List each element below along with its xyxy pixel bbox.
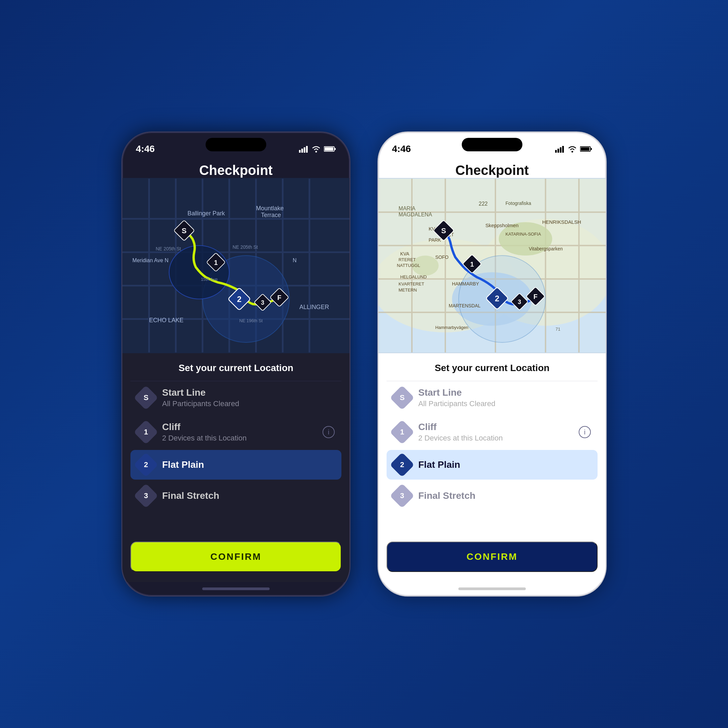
svg-text:ALLINGER: ALLINGER	[299, 304, 329, 310]
svg-text:KATARINA-SOFIA: KATARINA-SOFIA	[506, 231, 541, 237]
svg-text:NATTUGGL: NATTUGGL	[397, 263, 420, 268]
svg-text:Ballinger Park: Ballinger Park	[187, 210, 225, 217]
checkpoint-sub-start-dark: All Participants Cleared	[162, 399, 335, 408]
svg-rect-6	[324, 147, 333, 151]
checkpoint-name-final-dark: Final Stretch	[162, 490, 335, 501]
checkpoint-text-final-dark: Final Stretch	[162, 490, 335, 501]
svg-rect-48	[562, 146, 564, 153]
confirm-button-dark[interactable]: CONFIRM	[130, 541, 341, 572]
svg-rect-1	[301, 148, 303, 153]
svg-text:MARIA: MARIA	[398, 206, 416, 211]
checkpoint-list-light: S Start Line All Participants Cleared 1 …	[378, 381, 606, 535]
page-title-light: Checkpoint	[378, 159, 606, 178]
checkpoint-name-flat-light: Flat Plain	[418, 459, 591, 470]
checkpoint-text-final-light: Final Stretch	[418, 490, 591, 501]
checkpoint-text-cliff-light: Cliff 2 Devices at this Location	[418, 422, 571, 442]
svg-text:1: 1	[470, 260, 474, 268]
confirm-button-light[interactable]: CONFIRM	[387, 541, 598, 572]
content-area-dark: Set your current Location S Start Line A…	[122, 353, 350, 582]
svg-text:Terrace: Terrace	[261, 212, 281, 219]
svg-text:2: 2	[495, 294, 499, 303]
svg-text:15th Ave: 15th Ave	[201, 277, 218, 282]
svg-text:222: 222	[479, 201, 488, 206]
checkpoint-text-start-light: Start Line All Participants Cleared	[418, 387, 591, 408]
svg-text:Mountlake: Mountlake	[256, 205, 283, 212]
checkpoint-name-flat-dark: Flat Plain	[162, 459, 335, 470]
status-bar-light: 4:46	[378, 133, 606, 159]
svg-text:NE 205th St: NE 205th St	[232, 244, 258, 250]
signal-icon-dark	[299, 145, 308, 153]
status-icons-dark	[299, 145, 336, 153]
svg-rect-52	[591, 148, 592, 150]
info-icon-cliff-dark[interactable]: i	[323, 426, 335, 438]
svg-text:Hammarbyvägen: Hammarbyvägen	[436, 325, 468, 330]
checkpoint-item-start-dark[interactable]: S Start Line All Participants Cleared	[130, 381, 341, 414]
badge-flat-dark: 2	[133, 452, 158, 477]
home-indicator-light	[378, 582, 606, 595]
svg-text:F: F	[277, 294, 281, 301]
dynamic-island-dark	[206, 138, 266, 151]
battery-icon-dark	[324, 145, 336, 152]
checkpoint-list-dark: S Start Line All Participants Cleared 1 …	[122, 381, 350, 535]
svg-text:KVARTERET: KVARTERET	[398, 281, 424, 286]
svg-text:3: 3	[518, 298, 521, 305]
home-bar-light	[458, 587, 526, 590]
checkpoint-sub-start-light: All Participants Cleared	[418, 399, 591, 408]
checkpoint-sub-cliff-dark: 2 Devices at this Location	[162, 434, 315, 442]
svg-rect-47	[560, 147, 561, 153]
svg-text:Vitabergsparken: Vitabergsparken	[529, 246, 563, 251]
checkpoint-name-final-light: Final Stretch	[418, 490, 591, 501]
svg-text:F: F	[534, 293, 538, 300]
home-bar-dark	[202, 587, 270, 590]
svg-rect-51	[581, 147, 589, 151]
checkpoint-item-cliff-light[interactable]: 1 Cliff 2 Devices at this Location i	[387, 416, 598, 449]
checkpoint-name-start-dark: Start Line	[162, 387, 335, 398]
svg-text:3: 3	[261, 299, 264, 306]
svg-text:S: S	[182, 226, 187, 235]
checkpoint-name-cliff-dark: Cliff	[162, 422, 315, 433]
checkpoint-text-flat-light: Flat Plain	[418, 459, 591, 470]
svg-text:71: 71	[555, 327, 560, 332]
checkpoint-item-cliff-dark[interactable]: 1 Cliff 2 Devices at this Location i	[130, 416, 341, 449]
badge-cliff-dark: 1	[133, 420, 158, 445]
status-bar-dark: 4:46	[122, 133, 350, 159]
svg-text:Meridian Ave N: Meridian Ave N	[133, 257, 168, 263]
badge-final-dark: 3	[133, 483, 158, 508]
map-light: MARIA MAGDALENA 222 Fotografiska KVÄ TER…	[378, 178, 606, 353]
badge-cliff-light: 1	[390, 420, 414, 445]
svg-rect-3	[306, 146, 308, 153]
svg-text:MAGDALENA: MAGDALENA	[398, 212, 432, 217]
checkpoint-text-cliff-dark: Cliff 2 Devices at this Location	[162, 422, 315, 442]
svg-text:HAMMARBY: HAMMARBY	[452, 281, 479, 286]
location-prompt-dark: Set your current Location	[122, 353, 350, 381]
status-icons-light	[555, 145, 592, 153]
checkpoint-name-cliff-light: Cliff	[418, 422, 571, 433]
svg-text:2: 2	[237, 295, 241, 304]
svg-rect-7	[335, 148, 336, 150]
svg-text:MARTENSDAL: MARTENSDAL	[449, 303, 480, 308]
svg-text:KVA: KVA	[400, 251, 409, 257]
checkpoint-item-final-light[interactable]: 3 Final Stretch	[387, 481, 598, 511]
wifi-icon-light	[568, 145, 577, 153]
checkpoint-item-start-light[interactable]: S Start Line All Participants Cleared	[387, 381, 598, 414]
svg-text:RTERET: RTERET	[398, 257, 416, 262]
dark-phone: 4:46 Checkpoin	[121, 132, 350, 596]
checkpoint-item-flat-light[interactable]: 2 Flat Plain	[387, 450, 598, 480]
badge-start-dark: S	[133, 385, 158, 410]
svg-text:NE 205th St: NE 205th St	[156, 246, 181, 251]
info-icon-cliff-light[interactable]: i	[579, 426, 591, 438]
checkpoint-sub-cliff-light: 2 Devices at this Location	[418, 434, 571, 442]
map-dark: Ballinger Park Mountlake Terrace Meridia…	[122, 178, 350, 353]
svg-text:METERN: METERN	[398, 288, 417, 292]
svg-text:HENRIKSDALSH: HENRIKSDALSH	[542, 219, 581, 225]
page-title-dark: Checkpoint	[122, 159, 350, 178]
svg-text:S: S	[441, 226, 446, 235]
checkpoint-item-flat-dark[interactable]: 2 Flat Plain	[130, 450, 341, 480]
svg-text:1: 1	[214, 259, 218, 266]
svg-rect-2	[304, 147, 305, 153]
checkpoint-item-final-dark[interactable]: 3 Final Stretch	[130, 481, 341, 511]
svg-rect-45	[555, 150, 557, 153]
svg-text:N: N	[293, 257, 297, 263]
status-time-dark: 4:46	[136, 144, 155, 154]
location-prompt-light: Set your current Location	[378, 353, 606, 381]
